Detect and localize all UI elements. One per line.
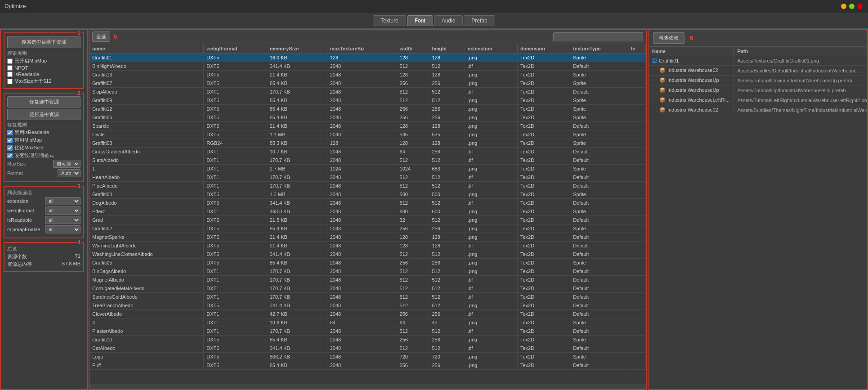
table-row[interactable]: BinBagsAlbedoDXT1170.7 KB2048512512.pngT… — [89, 267, 646, 276]
col-te[interactable]: te — [628, 44, 645, 54]
cell-te — [628, 318, 645, 327]
col-textype[interactable]: textureType — [570, 44, 628, 54]
table-row[interactable]: BinNightAlbedoDXT5341.4 KB2048512512.tif… — [89, 62, 646, 71]
list-item[interactable]: 📦IndustrialWarehouseLeftRi...Assets/Tuto… — [649, 95, 867, 105]
cell-memorySize: 341.4 KB — [267, 301, 327, 310]
checkbox-mipmap: 已开启MipMap — [7, 58, 81, 64]
cell-webglFormat: DXT1 — [204, 156, 267, 165]
list-item[interactable]: 📦IndustrialWarehouseUpAssets/Tutorial/Up… — [649, 85, 867, 95]
filter-webgl-select[interactable]: all — [45, 206, 81, 215]
cell-width: 256 — [397, 105, 429, 113]
right-col-path[interactable]: Path — [734, 47, 867, 56]
tab-font[interactable]: Font — [407, 15, 433, 26]
table-row[interactable]: Graffiti02DXT585.4 KB2048256256.pngTex2D… — [89, 224, 646, 233]
col-maxtex[interactable]: maxTextureSiz — [327, 44, 397, 54]
list-item[interactable]: 🖼Graffiti01Assets/Textures/Graffiti/Graf… — [649, 56, 867, 66]
table-row[interactable]: Graffiti06DXT585.4 KB2048256256.pngTex2D… — [89, 113, 646, 122]
table-row[interactable]: Graffiti05DXT585.4 KB2048256256.pngTex2D… — [89, 259, 646, 267]
minimize-button[interactable] — [841, 4, 846, 9]
table-row[interactable]: SlatsAlbedoDXT1170.7 KB2048512512.tifTex… — [89, 156, 646, 165]
right-col-name[interactable]: Name — [649, 47, 734, 56]
cb-npot[interactable] — [7, 65, 13, 71]
tab-prefab[interactable]: Prefab — [464, 15, 495, 26]
table-row[interactable]: Graffiti12DXT585.4 KB2048256256.pngTex2D… — [89, 105, 646, 113]
table-row[interactable]: SkipAlbedoDXT1170.7 KB2048512512.tifTex2… — [89, 88, 646, 96]
table-row[interactable]: Graffiti01DXT516.0 KB128128128.pngTex2DS… — [89, 54, 646, 62]
maxsize-select[interactable]: 自动算 — [53, 160, 81, 168]
col-memory[interactable]: memorySize — [267, 44, 327, 54]
cell-dimension: Tex2D — [517, 130, 570, 139]
cb-readable[interactable] — [7, 72, 13, 77]
select-all-button[interactable]: 全选 — [92, 31, 110, 42]
fix-assets-button[interactable]: 修复选中资源 — [7, 96, 81, 108]
cell-webglFormat: DXT5 — [204, 361, 267, 370]
table-row[interactable]: PipeAlbedoDXT1170.7 KB2048512512.tifTex2… — [89, 182, 646, 190]
table-row[interactable]: SparkleDXT521.4 KB2048128128.pngTex2DDef… — [89, 122, 646, 130]
search-assets-button[interactable]: 搜索选中目录下资源 — [7, 36, 81, 48]
table-row[interactable]: Graffiti09DXT585.4 KB2048512512.pngTex2D… — [89, 96, 646, 105]
table-row[interactable]: CycleDXT51.1 MB2048535535.pngTex2DSprite — [89, 130, 646, 139]
cb-maxsize[interactable] — [7, 79, 13, 84]
table-row[interactable]: Graffiti03RGB2485.3 KB128128128.pngTex2D… — [89, 139, 646, 148]
list-item[interactable]: 📦IndustrialWarehouseUpAssets/Tutorial/Do… — [649, 76, 867, 85]
fix-cb-readable[interactable] — [7, 130, 13, 135]
list-item[interactable]: 📦IndustrialWarehouse02Assets/Bundles/Def… — [649, 66, 867, 76]
table-row[interactable]: PlasterAlbedoDXT1170.7 KB2048512512.tifT… — [89, 327, 646, 336]
maximize-button[interactable] — [849, 4, 855, 9]
tab-audio[interactable]: Audio — [434, 15, 463, 26]
table-row[interactable]: GrassGradientAlbedoDXT110.7 KB204864256.… — [89, 148, 646, 156]
table-row[interactable]: Graffiti07DXT585.4 KB2048256256.pngTex2D… — [89, 79, 646, 88]
table-row[interactable]: CatAlbedoDXT5341.4 KB2048512512.tifTex2D… — [89, 344, 646, 353]
table-row[interactable]: 1DXT12.7 MB10241024683.pngTex2DSprite — [89, 165, 646, 173]
table-row[interactable]: WashingLineClothesAlbedoDXT5341.4 KB2048… — [89, 250, 646, 259]
table-row[interactable]: CorrugatedMetalAlbedoDXT1170.7 KB2048512… — [89, 284, 646, 293]
tab-texture[interactable]: Texture — [373, 15, 406, 26]
right-table-container[interactable]: Name Path 🖼Graffiti01Assets/Textures/Gra… — [649, 47, 867, 389]
col-webgl[interactable]: webglFormat — [204, 44, 267, 54]
cell-memorySize: 341.4 KB — [267, 199, 327, 207]
cell-textureType: Sprite — [570, 105, 628, 113]
table-row[interactable]: CloverAlbedoDXT142.7 KB2048256256.tifTex… — [89, 310, 646, 318]
cb-mipmap[interactable] — [7, 58, 13, 64]
inspect-deps-button[interactable]: 检查依赖 — [653, 32, 685, 44]
col-name[interactable]: name — [89, 44, 204, 54]
table-row[interactable]: PuffDXT585.4 KB2048256256.pngTex2DDefaul… — [89, 361, 646, 370]
search-input[interactable] — [553, 32, 643, 41]
col-ext[interactable]: extenstion — [465, 44, 517, 54]
table-row[interactable]: HeartAlbedoDXT1170.7 KB2048512512.tifTex… — [89, 173, 646, 182]
col-dim[interactable]: dimension — [517, 44, 570, 54]
table-row[interactable]: WarningLightAlbedoDXT521.4 KB2048128128.… — [89, 242, 646, 250]
table-row[interactable]: DogAlbedoDXT5341.4 KB2048512512.tifTex2D… — [89, 199, 646, 207]
fix-cb-compress[interactable] — [7, 153, 13, 158]
table-row[interactable]: MagnetAlbedoDXT1170.7 KB2048512512.tifTe… — [89, 276, 646, 284]
table-row[interactable]: MagnetSparksDXT521.4 KB2048128128.pngTex… — [89, 233, 646, 242]
restore-assets-button[interactable]: 还原选中资源 — [7, 109, 81, 120]
filter-webgl-row: webglformat all — [7, 206, 81, 215]
cell-textureType: Default — [570, 182, 628, 190]
table-row[interactable]: GradDXT521.5 KB204832512.pngTex2DDefault — [89, 216, 646, 224]
col-height[interactable]: height — [429, 44, 465, 54]
list-item[interactable]: 📦IndustrialWarehouse02Assets/Bundles/The… — [649, 105, 867, 115]
table-row[interactable]: Graffiti13DXT521.4 KB2048128128.pngTex2D… — [89, 71, 646, 79]
table-row[interactable]: EffectDXT1468.8 KB2048800600.pngTex2DSpr… — [89, 207, 646, 216]
horizontal-scrollbar[interactable] — [89, 384, 646, 389]
table-row[interactable]: Graffiti10DXT585.4 KB2048256256.pngTex2D… — [89, 336, 646, 344]
filter-ext-select[interactable]: all — [45, 197, 81, 205]
stats-count-value: 71 — [75, 253, 81, 260]
close-button[interactable] — [857, 4, 863, 9]
filter-readable-select[interactable]: all — [45, 216, 81, 224]
fix-cb-mipmap[interactable] — [7, 138, 13, 143]
table-row[interactable]: Graffiti08DXT51.3 MB2048500500.pngTex2DS… — [89, 190, 646, 199]
cell-dimension: Tex2D — [517, 207, 570, 216]
col-width[interactable]: width — [397, 44, 429, 54]
table-row[interactable]: 4DXT110.8 KB646443.pngTex2DSprite — [89, 318, 646, 327]
asset-table-container[interactable]: name webglFormat memorySize maxTextureSi… — [89, 44, 646, 384]
cell-webglFormat: DXT5 — [204, 216, 267, 224]
table-row[interactable]: SardinesGoldAlbedoDXT1170.7 KB2048512512… — [89, 293, 646, 301]
cell-textureType: Default — [570, 344, 628, 353]
table-row[interactable]: LogoDXT5506.2 KB2048720720.pngTex2DSprit… — [89, 353, 646, 361]
format-select[interactable]: Auto — [58, 169, 81, 177]
fix-cb-maxsize[interactable] — [7, 145, 13, 151]
table-row[interactable]: TreeBranchAlbedoDXT5341.4 KB2048512512.p… — [89, 301, 646, 310]
filter-mipmap-select[interactable]: all — [45, 225, 81, 233]
